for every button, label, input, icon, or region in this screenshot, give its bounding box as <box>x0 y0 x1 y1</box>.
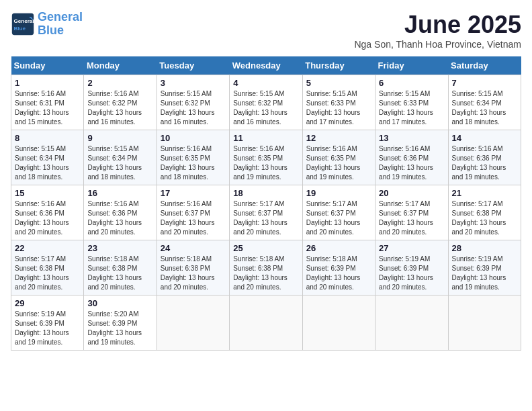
day-detail: Sunrise: 5:16 AM Sunset: 6:36 PM Dayligh… <box>87 199 152 237</box>
day-number: 24 <box>161 243 226 253</box>
calendar-cell: 20Sunrise: 5:17 AM Sunset: 6:37 PM Dayli… <box>375 185 448 240</box>
calendar-cell: 15Sunrise: 5:16 AM Sunset: 6:36 PM Dayli… <box>11 185 84 240</box>
calendar-cell: 11Sunrise: 5:16 AM Sunset: 6:35 PM Dayli… <box>230 130 302 185</box>
day-number: 28 <box>452 243 517 253</box>
calendar-cell: 13Sunrise: 5:16 AM Sunset: 6:36 PM Dayli… <box>375 130 448 185</box>
day-number: 30 <box>87 298 152 308</box>
calendar-cell: 9Sunrise: 5:15 AM Sunset: 6:34 PM Daylig… <box>84 130 157 185</box>
page-header: General Blue GeneralBlue June 2025 Nga S… <box>11 11 521 50</box>
calendar-cell: 14Sunrise: 5:16 AM Sunset: 6:36 PM Dayli… <box>448 130 521 185</box>
logo-text: GeneralBlue <box>38 11 83 38</box>
day-detail: Sunrise: 5:16 AM Sunset: 6:36 PM Dayligh… <box>15 199 80 237</box>
calendar-cell: 24Sunrise: 5:18 AM Sunset: 6:38 PM Dayli… <box>157 240 229 295</box>
calendar-table: SundayMondayTuesdayWednesdayThursdayFrid… <box>11 56 521 351</box>
calendar-cell: 10Sunrise: 5:16 AM Sunset: 6:35 PM Dayli… <box>157 130 229 185</box>
calendar-cell: 5Sunrise: 5:15 AM Sunset: 6:33 PM Daylig… <box>302 75 375 130</box>
title-area: June 2025 Nga Son, Thanh Hoa Province, V… <box>354 11 521 50</box>
day-detail: Sunrise: 5:15 AM Sunset: 6:32 PM Dayligh… <box>233 89 298 127</box>
day-number: 21 <box>452 188 517 198</box>
day-number: 23 <box>87 243 152 253</box>
day-detail: Sunrise: 5:18 AM Sunset: 6:39 PM Dayligh… <box>306 255 371 292</box>
column-header-sunday: Sunday <box>11 56 84 75</box>
column-header-tuesday: Tuesday <box>157 56 229 75</box>
day-number: 8 <box>15 133 80 143</box>
column-header-saturday: Saturday <box>448 56 521 75</box>
day-number: 10 <box>161 133 226 143</box>
day-detail: Sunrise: 5:15 AM Sunset: 6:34 PM Dayligh… <box>15 144 80 182</box>
calendar-cell <box>157 295 229 351</box>
day-number: 18 <box>233 188 298 198</box>
day-detail: Sunrise: 5:15 AM Sunset: 6:34 PM Dayligh… <box>87 144 152 182</box>
calendar-cell: 1Sunrise: 5:16 AM Sunset: 6:31 PM Daylig… <box>11 75 84 130</box>
calendar-cell: 19Sunrise: 5:17 AM Sunset: 6:37 PM Dayli… <box>302 185 375 240</box>
calendar-cell <box>448 295 521 351</box>
calendar-cell <box>230 295 302 351</box>
calendar-title: June 2025 <box>354 11 521 39</box>
column-header-friday: Friday <box>375 56 448 75</box>
calendar-subtitle: Nga Son, Thanh Hoa Province, Vietnam <box>354 39 521 50</box>
calendar-cell: 28Sunrise: 5:19 AM Sunset: 6:39 PM Dayli… <box>448 240 521 295</box>
day-detail: Sunrise: 5:19 AM Sunset: 6:39 PM Dayligh… <box>15 310 80 347</box>
calendar-cell: 8Sunrise: 5:15 AM Sunset: 6:34 PM Daylig… <box>11 130 84 185</box>
column-header-wednesday: Wednesday <box>230 56 302 75</box>
day-number: 19 <box>306 188 371 198</box>
day-number: 16 <box>87 188 152 198</box>
calendar-cell: 6Sunrise: 5:15 AM Sunset: 6:33 PM Daylig… <box>375 75 448 130</box>
day-number: 5 <box>306 78 371 88</box>
day-number: 15 <box>15 188 80 198</box>
calendar-cell: 17Sunrise: 5:16 AM Sunset: 6:37 PM Dayli… <box>157 185 229 240</box>
day-detail: Sunrise: 5:16 AM Sunset: 6:32 PM Dayligh… <box>87 89 152 127</box>
day-number: 2 <box>87 78 152 88</box>
calendar-cell: 4Sunrise: 5:15 AM Sunset: 6:32 PM Daylig… <box>230 75 302 130</box>
calendar-cell: 27Sunrise: 5:19 AM Sunset: 6:39 PM Dayli… <box>375 240 448 295</box>
calendar-week-row: 1Sunrise: 5:16 AM Sunset: 6:31 PM Daylig… <box>11 75 521 130</box>
day-detail: Sunrise: 5:19 AM Sunset: 6:39 PM Dayligh… <box>452 255 517 292</box>
day-number: 4 <box>233 78 298 88</box>
calendar-cell: 30Sunrise: 5:20 AM Sunset: 6:39 PM Dayli… <box>84 295 157 351</box>
day-detail: Sunrise: 5:19 AM Sunset: 6:39 PM Dayligh… <box>379 255 444 292</box>
calendar-header-row: SundayMondayTuesdayWednesdayThursdayFrid… <box>11 56 521 75</box>
calendar-body: 1Sunrise: 5:16 AM Sunset: 6:31 PM Daylig… <box>11 75 521 351</box>
day-number: 11 <box>233 133 298 143</box>
day-number: 1 <box>15 78 80 88</box>
logo: General Blue GeneralBlue <box>11 11 83 38</box>
day-detail: Sunrise: 5:16 AM Sunset: 6:36 PM Dayligh… <box>452 144 517 182</box>
day-detail: Sunrise: 5:18 AM Sunset: 6:38 PM Dayligh… <box>161 255 226 292</box>
day-number: 9 <box>87 133 152 143</box>
day-detail: Sunrise: 5:17 AM Sunset: 6:37 PM Dayligh… <box>233 199 298 237</box>
day-number: 27 <box>379 243 444 253</box>
svg-text:Blue: Blue <box>14 26 26 32</box>
calendar-week-row: 29Sunrise: 5:19 AM Sunset: 6:39 PM Dayli… <box>11 295 521 351</box>
calendar-cell: 18Sunrise: 5:17 AM Sunset: 6:37 PM Dayli… <box>230 185 302 240</box>
day-detail: Sunrise: 5:16 AM Sunset: 6:37 PM Dayligh… <box>161 199 226 237</box>
day-detail: Sunrise: 5:20 AM Sunset: 6:39 PM Dayligh… <box>87 310 152 347</box>
day-detail: Sunrise: 5:15 AM Sunset: 6:32 PM Dayligh… <box>161 89 226 127</box>
day-detail: Sunrise: 5:15 AM Sunset: 6:33 PM Dayligh… <box>379 89 444 127</box>
svg-text:General: General <box>14 18 34 24</box>
calendar-cell: 26Sunrise: 5:18 AM Sunset: 6:39 PM Dayli… <box>302 240 375 295</box>
calendar-cell: 16Sunrise: 5:16 AM Sunset: 6:36 PM Dayli… <box>84 185 157 240</box>
day-detail: Sunrise: 5:16 AM Sunset: 6:31 PM Dayligh… <box>15 89 80 127</box>
day-number: 12 <box>306 133 371 143</box>
day-detail: Sunrise: 5:15 AM Sunset: 6:34 PM Dayligh… <box>452 89 517 127</box>
day-detail: Sunrise: 5:17 AM Sunset: 6:37 PM Dayligh… <box>379 199 444 237</box>
calendar-cell <box>375 295 448 351</box>
day-detail: Sunrise: 5:16 AM Sunset: 6:35 PM Dayligh… <box>306 144 371 182</box>
calendar-cell <box>302 295 375 351</box>
day-number: 26 <box>306 243 371 253</box>
calendar-week-row: 8Sunrise: 5:15 AM Sunset: 6:34 PM Daylig… <box>11 130 521 185</box>
day-number: 3 <box>161 78 226 88</box>
day-detail: Sunrise: 5:17 AM Sunset: 6:38 PM Dayligh… <box>15 255 80 292</box>
logo-icon: General Blue <box>11 12 35 36</box>
calendar-cell: 25Sunrise: 5:18 AM Sunset: 6:38 PM Dayli… <box>230 240 302 295</box>
day-number: 25 <box>233 243 298 253</box>
day-number: 13 <box>379 133 444 143</box>
day-number: 20 <box>379 188 444 198</box>
column-header-thursday: Thursday <box>302 56 375 75</box>
day-detail: Sunrise: 5:18 AM Sunset: 6:38 PM Dayligh… <box>233 255 298 292</box>
day-number: 7 <box>452 78 517 88</box>
day-detail: Sunrise: 5:16 AM Sunset: 6:35 PM Dayligh… <box>233 144 298 182</box>
calendar-cell: 22Sunrise: 5:17 AM Sunset: 6:38 PM Dayli… <box>11 240 84 295</box>
day-detail: Sunrise: 5:18 AM Sunset: 6:38 PM Dayligh… <box>87 255 152 292</box>
day-number: 22 <box>15 243 80 253</box>
